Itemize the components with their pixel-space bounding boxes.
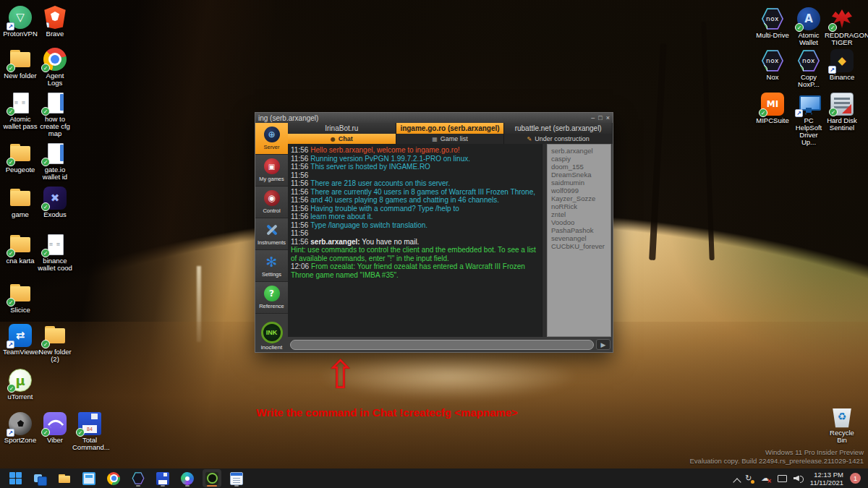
desktop-icon-agent-logs[interactable]: ✓Agent Logs [38, 48, 72, 87]
desktop-icon-label: New folder [3, 72, 38, 80]
maximize-button[interactable]: □ [598, 115, 602, 121]
floppy-icon: ✓ [78, 412, 101, 435]
user-list-item[interactable]: noRRick [551, 202, 610, 210]
desktop-icon-viber[interactable]: ✓Viber [38, 412, 72, 444]
desktop-icon-label: PC HelpSoft Driver Up... [791, 117, 826, 146]
desktop-icon-pc-helpsoft-driver-up-[interactable]: ↗PC HelpSoft Driver Up... [791, 93, 826, 146]
taskbar-inoclient-icon[interactable] [203, 469, 221, 487]
server-tab-rubattle.net[interactable]: rubattle.net (serb.arxangel) [504, 123, 613, 134]
windows-watermark: Windows 11 Pro Insider Preview Evaluatio… [690, 448, 864, 466]
cloud-error-icon[interactable]: ☁× [760, 474, 770, 484]
sidebar-item-server[interactable]: ⊕Server [255, 123, 288, 155]
sidebar-item-settings[interactable]: ✻Settings [255, 250, 288, 282]
user-list-item[interactable]: DreamSneka [551, 171, 610, 179]
taskbar-task-view-icon[interactable] [30, 469, 49, 487]
desktop-icon-atomic-wallet-pass[interactable]: ≡ ≡✓Atomic wallet pass [3, 91, 38, 130]
chat-input[interactable] [290, 340, 594, 350]
folder-icon: ✓ [43, 324, 67, 347]
desktop-icon-utorrent[interactable]: µ✓uTorrent [3, 369, 38, 401]
folder-icon: ✓ [9, 233, 32, 256]
user-list-item[interactable]: doom_155 [551, 163, 610, 171]
taskbar-total-commander-icon[interactable] [153, 469, 172, 487]
window-titlebar[interactable]: ing (serb.arxangel) – □ × [255, 113, 613, 123]
tab-chat[interactable]: ●Chat [288, 134, 396, 144]
desktop-icon-copy-noxp-[interactable]: nox✓Copy NoxP... [791, 49, 826, 88]
desktop-icon-reddragon-tiger[interactable]: ✓REDDRAGON TIGER [825, 7, 859, 46]
desktop-icon-multi-drive[interactable]: nox✓Multi-Drive [755, 7, 790, 39]
desktop-icon-binance[interactable]: ◆↗Binance [825, 49, 859, 81]
desktop-icon-teamviewer[interactable]: ⇄↗TeamViewer [3, 324, 38, 356]
user-list-item[interactable]: PashaPashok [551, 226, 610, 234]
sidebar-item-instruments[interactable]: Instruments [255, 218, 288, 250]
clock[interactable]: 12:13 PM 11/11/2021 [810, 471, 843, 487]
sidebar-item-reference[interactable]: ?Reference [255, 282, 288, 314]
desktop-icon-hard-disk-sentinel[interactable]: ✓Hard Disk Sentinel [825, 93, 859, 132]
desktop-icon-mipcsuite[interactable]: MI✓MIPCSuite [755, 93, 790, 124]
update-icon[interactable]: ↻ [744, 474, 754, 484]
desktop-icon-sportzone[interactable]: ↗SportZone [3, 412, 38, 444]
desktop-icon-label: Atomic wallet pass [3, 116, 38, 130]
user-list-item[interactable]: CUCbKU_forever [551, 242, 610, 250]
tray-chevron-up-icon[interactable] [732, 476, 737, 481]
taskbar-file-explorer-icon[interactable] [55, 469, 74, 487]
server-icon: ⊕ [264, 127, 280, 142]
close-button[interactable]: × [606, 115, 610, 121]
instruments-icon [264, 222, 280, 238]
taskbar-start-icon[interactable] [6, 469, 25, 487]
desktop-icon-cna-karta[interactable]: ✓cna karta [3, 233, 38, 265]
doc-icon: ≡ ≡✓ [9, 91, 32, 114]
taskbar-nox-icon[interactable] [129, 469, 148, 487]
chat-message-text: There are currently 40 users in 8 games … [310, 188, 535, 196]
running-indicator [207, 485, 217, 487]
user-list-item[interactable]: serb.arxangel [551, 147, 610, 155]
desktop-icon-binance-wallet-cood[interactable]: ≡ ≡✓binance wallet cood [38, 233, 72, 272]
chat-line: 11:56serb.arxangel: You have no mail. [291, 238, 540, 247]
volume-icon[interactable] [793, 474, 804, 484]
notification-badge[interactable]: 1 [850, 473, 861, 484]
desktop-icon-protonvpn[interactable]: ▽↗ProtonVPN [3, 6, 38, 38]
taskbar-notepad-icon[interactable] [227, 469, 246, 487]
desktop-icon-nox[interactable]: nox✓Nox [755, 49, 790, 81]
desktop-icon-peugeote[interactable]: ✓Peugeote [3, 142, 38, 174]
tab-under-construction[interactable]: ✎Under construction [504, 134, 613, 144]
chat-scrollbar[interactable] [542, 144, 547, 337]
user-list-item[interactable]: wolf0999 [551, 187, 610, 194]
user-list-item[interactable]: Kayzer_Sozze [551, 194, 610, 202]
desktop-icon-recycle-bin[interactable]: ♻Recycle Bin [825, 405, 859, 444]
server-tab-irinabot.ru[interactable]: IrinaBot.ru [288, 123, 396, 134]
check-badge-icon: ✓ [41, 64, 50, 72]
desktop-icon-exodus[interactable]: ✖✓Exodus [38, 187, 72, 218]
desktop-icon-game[interactable]: game [3, 187, 38, 218]
network-icon[interactable] [777, 474, 787, 484]
user-list-item[interactable]: sevenangel [551, 234, 610, 242]
desktop-icon-brave[interactable]: ↗Brave [38, 6, 72, 38]
desktop-icon-gate-io-wallet-id[interactable]: ✓gate.io wallet id [38, 142, 72, 181]
taskbar-chrome-icon[interactable] [104, 469, 123, 487]
user-list-item[interactable]: Voodoo [551, 218, 610, 226]
sidebar-item-label: Settings [262, 271, 281, 278]
taskbar-media-app-icon[interactable] [80, 469, 98, 487]
desktop-icon-slicice[interactable]: ✓Slicice [3, 282, 38, 314]
desktop: ▽↗ProtonVPN↗Brave✓New folder✓Agent Logs≡… [0, 0, 868, 488]
teamviewer-icon: ⇄↗ [9, 324, 32, 347]
user-list-item[interactable]: zntel [551, 210, 610, 218]
sidebar-item-control[interactable]: ◉Control [255, 187, 288, 218]
user-list-item[interactable]: saidmumin [551, 179, 610, 187]
chat-timestamp: 11:56 [291, 205, 308, 213]
send-button[interactable]: ▶ [596, 339, 610, 350]
desktop-icon-atomic-wallet[interactable]: A✓Atomic Wallet [791, 7, 826, 46]
user-list-item[interactable]: caspiy [551, 155, 610, 163]
tab-game-list[interactable]: ▦Game list [396, 134, 505, 144]
server-tab-ingame.go.ro[interactable]: ingame.go.ro (serb.arxangel) [396, 123, 505, 134]
minimize-button[interactable]: – [591, 115, 595, 121]
desktop-icon-total-command-[interactable]: ✓Total Command... [72, 412, 107, 451]
sidebar-item-my-games[interactable]: ▣My games [255, 155, 288, 187]
desktop-icon-new-folder-2-[interactable]: ✓New folder (2) [38, 324, 72, 363]
desktop-icon-how-to-create-cfg-map[interactable]: ✓how to create cfg map [38, 91, 72, 137]
sidebar-item-label: Server [263, 144, 279, 150]
desktop-icon-new-folder[interactable]: ✓New folder [3, 48, 38, 80]
shortcut-arrow-icon: ↗ [828, 66, 836, 74]
nox-icon [132, 472, 145, 485]
taskbar-paint-app-icon[interactable] [178, 469, 197, 487]
check-badge-icon: ✓ [7, 64, 15, 72]
